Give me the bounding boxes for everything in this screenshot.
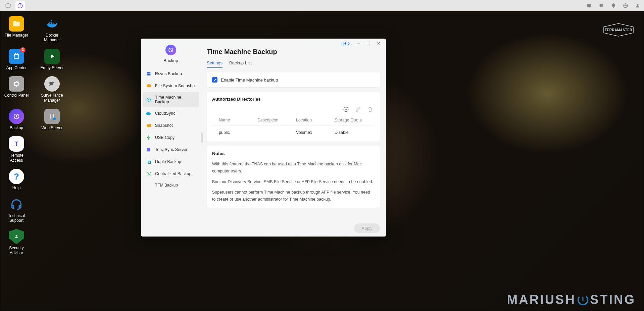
delete-icon[interactable] — [367, 106, 373, 112]
sidebar-item-label: USB Copy — [155, 135, 175, 140]
page-title: Time Machine Backup — [207, 48, 380, 56]
sidebar-item-label: File System Snapshot — [155, 84, 196, 88]
svg-point-21 — [147, 172, 148, 173]
apply-button[interactable]: Apply — [354, 223, 380, 233]
desktop-icon-control-panel[interactable]: Control Panel — [3, 76, 30, 103]
svg-rect-6 — [50, 114, 51, 119]
desktop-icon-file-manager[interactable]: File Manager — [3, 16, 30, 43]
maximize-button[interactable]: ☐ — [364, 39, 373, 47]
sidebar-item-centralized-backup[interactable]: Centralized Backup — [141, 168, 201, 180]
edit-icon[interactable] — [355, 106, 361, 112]
minimize-button[interactable]: ─ — [354, 39, 362, 47]
usb-icon — [146, 135, 152, 141]
desktop-icon-docker[interactable]: Docker Manager — [39, 16, 65, 43]
enable-label: Enable Time Machine backup — [221, 77, 278, 83]
table-row[interactable]: public Volume1 Disable — [212, 125, 375, 137]
desktop-icon-label: Web Server — [41, 125, 62, 130]
svg-rect-12 — [582, 297, 583, 301]
enable-checkbox[interactable] — [212, 77, 217, 83]
sidebar-item-tfm-backup[interactable]: TFM Backup — [141, 180, 201, 191]
timemachine-icon — [146, 97, 152, 103]
question-icon: ? — [9, 169, 24, 184]
desktop-icon-label: Technical Support — [3, 213, 30, 223]
badge: 3 — [20, 47, 26, 53]
camera-icon — [44, 76, 60, 92]
snap-icon — [146, 122, 152, 128]
desktop-icon-security-advisor[interactable]: Security Advisor — [3, 229, 30, 255]
sidebar-title: Backup — [163, 58, 178, 63]
taskbar-app-backup[interactable] — [15, 1, 25, 10]
sidebar-item-file-system-snapshot[interactable]: File System Snapshot — [141, 80, 201, 92]
sidebar-item-duple-backup[interactable]: Duple Backup — [141, 156, 201, 168]
svg-point-23 — [147, 175, 148, 176]
sidebar-item-usb-copy[interactable]: USB Copy — [141, 132, 201, 144]
tab-bar: Settings Backup List — [207, 60, 380, 68]
sidebar-item-snapshot[interactable]: Snapshot — [141, 119, 201, 132]
sidebar-item-time-machine-backup[interactable]: Time Machine Backup — [143, 92, 199, 107]
shield-icon — [9, 229, 24, 244]
central-icon — [146, 171, 152, 177]
terrasync-icon — [146, 147, 152, 153]
cloud-icon — [146, 110, 152, 116]
desktop-icon-label: Help — [12, 186, 21, 190]
desktop-icon-emby[interactable]: Emby Server — [39, 49, 65, 70]
user-icon[interactable] — [635, 3, 641, 9]
rsync-icon — [146, 71, 152, 77]
desktop-icon-label: App Center — [6, 65, 27, 70]
sidebar-item-label: Snapshot — [155, 123, 173, 128]
notes-card: Notes With this feature, the TNAS can be… — [207, 146, 380, 208]
globe-icon[interactable] — [623, 3, 629, 9]
desktop-icon-tech-support[interactable]: Technical Support — [3, 197, 30, 223]
server-icon — [44, 109, 60, 124]
svg-point-24 — [150, 175, 151, 176]
brand-logo: TERRAMASTER — [603, 23, 634, 38]
help-link[interactable]: Help — [341, 41, 350, 46]
sidebar-item-rsync-backup[interactable]: Rsync Backup — [141, 68, 201, 80]
close-button[interactable]: ✕ — [375, 39, 383, 47]
note-line: With this feature, the TNAS can be used … — [212, 161, 375, 175]
desktop-icon-surveillance[interactable]: Surveillance Manager — [39, 76, 65, 103]
desktop-icon-label: Security Advisor — [3, 246, 30, 255]
resize-handle[interactable] — [201, 133, 203, 143]
bell-icon[interactable] — [610, 3, 616, 9]
clock-icon — [9, 109, 24, 124]
desktop-icon-backup[interactable]: Backup — [3, 109, 30, 130]
enable-card: Enable Time Machine backup — [207, 72, 380, 87]
svg-rect-15 — [147, 74, 151, 75]
svg-point-9 — [16, 235, 17, 237]
watermark: MARIUSH STING — [507, 293, 636, 307]
headset-icon — [9, 197, 24, 212]
sidebar-item-label: CloudSync — [155, 111, 175, 116]
tab-settings[interactable]: Settings — [207, 60, 222, 68]
sidebar-item-terrasync-server[interactable]: TerraSync Server — [141, 144, 201, 156]
table-header: Name Description Location Storage Quota — [212, 115, 375, 125]
desktop-icon-label: Backup — [10, 125, 23, 130]
gear-icon — [9, 76, 24, 92]
svg-rect-1 — [587, 4, 591, 7]
desktop-icon-grid: File Manager Docker Manager 3 App Center… — [3, 16, 65, 255]
play-icon — [44, 49, 60, 64]
taskbar-app-dashboard[interactable] — [3, 1, 13, 10]
add-icon[interactable] — [343, 106, 349, 112]
desktop-icon-remote[interactable]: T Remote Access — [3, 136, 30, 163]
chat-icon[interactable] — [598, 3, 604, 9]
duple-icon — [146, 159, 152, 165]
backup-app-icon — [165, 45, 176, 55]
tab-backup-list[interactable]: Backup List — [229, 60, 252, 68]
desktop-icon-app-center[interactable]: 3 App Center — [3, 49, 30, 70]
sidebar-item-label: Duple Backup — [155, 159, 181, 164]
taskbar — [0, 0, 644, 11]
svg-point-8 — [53, 117, 56, 120]
svg-point-4 — [637, 4, 638, 5]
desktop-icon-web-server[interactable]: Web Server — [39, 109, 65, 130]
sidebar-item-label: TFM Backup — [155, 183, 178, 188]
svg-rect-14 — [147, 72, 151, 73]
sidebar-item-label: Rsync Backup — [155, 71, 182, 76]
sidebar-item-cloudsync[interactable]: CloudSync — [141, 107, 201, 119]
bag-icon: 3 — [9, 49, 24, 64]
desktop-icon-help[interactable]: ? Help — [3, 169, 30, 190]
authorized-directories-card: Authorized Directories Name Description … — [207, 92, 380, 142]
monitor-icon[interactable] — [586, 3, 592, 9]
folder-icon — [9, 16, 24, 32]
note-line: Superusers cannot perform Time Machine b… — [212, 189, 375, 203]
